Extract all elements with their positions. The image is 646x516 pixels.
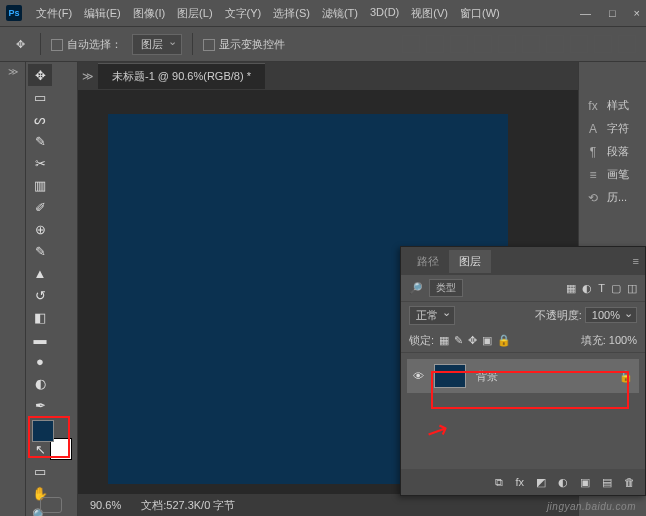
- search-icon: 🔎: [409, 282, 423, 295]
- layers-footer: ⧉ fx ◩ ◐ ▣ ▤ 🗑: [401, 469, 645, 495]
- panel-brush[interactable]: ≡画笔: [579, 163, 646, 186]
- filter-type-dropdown[interactable]: 类型: [429, 279, 463, 297]
- fx-icon[interactable]: fx: [515, 476, 524, 488]
- move-tool[interactable]: ✥: [28, 64, 52, 86]
- menu-edit[interactable]: 编辑(E): [80, 4, 125, 23]
- watermark: jingyan.baidu.com: [547, 501, 636, 512]
- lock-all-icon[interactable]: ▦: [439, 334, 449, 347]
- lock-pixel-icon[interactable]: ✎: [454, 334, 463, 347]
- app-logo: Ps: [6, 5, 22, 21]
- quick-select-tool[interactable]: ✎: [28, 130, 52, 152]
- doc-size: 文档:527.3K/0 字节: [141, 498, 235, 513]
- toolbox: ✥ ▭ ᔕ ✎ ✂ ▥ ✐ ⊕ ✎ ▲ ↺ ◧ ▬ ● ◐ ✒ T ↖ ▭ ✋ …: [26, 62, 78, 516]
- eyedropper-tool[interactable]: ✐: [28, 196, 52, 218]
- menu-file[interactable]: 文件(F): [32, 4, 76, 23]
- tool-collapse-col: ≫: [0, 62, 26, 516]
- menu-filter[interactable]: 滤镜(T): [318, 4, 362, 23]
- menu-type[interactable]: 文字(Y): [221, 4, 266, 23]
- new-layer-icon[interactable]: ▤: [602, 476, 612, 489]
- heal-tool[interactable]: ⊕: [28, 218, 52, 240]
- layer-name[interactable]: 背景: [476, 369, 498, 384]
- tab-paths[interactable]: 路径: [407, 250, 449, 273]
- align-icon[interactable]: [522, 35, 540, 53]
- menu-image[interactable]: 图像(I): [129, 4, 169, 23]
- menu-window[interactable]: 窗口(W): [456, 4, 504, 23]
- layer-list: 👁 背景 🔒: [401, 353, 645, 399]
- align-icon[interactable]: [570, 35, 588, 53]
- lock-pos-icon[interactable]: ✥: [468, 334, 477, 347]
- adjust-icon[interactable]: ◐: [558, 476, 568, 489]
- trash-icon[interactable]: 🗑: [624, 476, 635, 488]
- filter-type-icon[interactable]: T: [598, 282, 605, 295]
- filter-pixel-icon[interactable]: ▦: [566, 282, 576, 295]
- expand-icon[interactable]: ≫: [8, 66, 18, 77]
- brush-icon: ≡: [585, 168, 601, 182]
- fill-field[interactable]: 100%: [609, 334, 637, 346]
- status-bar: 90.6% 文档:527.3K/0 字节: [78, 494, 578, 516]
- close-button[interactable]: ×: [634, 7, 640, 19]
- more-icon[interactable]: [594, 35, 612, 53]
- document-tab[interactable]: 未标题-1 @ 90.6%(RGB/8) *: [98, 63, 265, 89]
- opacity-field[interactable]: 100%: [585, 307, 637, 323]
- align-icon[interactable]: [426, 35, 444, 53]
- menu-view[interactable]: 视图(V): [407, 4, 452, 23]
- lock-icon[interactable]: 🔒: [497, 334, 511, 347]
- filter-smart-icon[interactable]: ◫: [627, 282, 637, 295]
- paragraph-icon: ¶: [585, 145, 601, 159]
- eraser-tool[interactable]: ◧: [28, 306, 52, 328]
- menu-3d[interactable]: 3D(D): [366, 4, 403, 23]
- visibility-icon[interactable]: 👁: [413, 370, 424, 382]
- link-icon[interactable]: ⧉: [495, 476, 503, 489]
- lock-label: 锁定:: [409, 333, 434, 348]
- panel-character[interactable]: A字符: [579, 117, 646, 140]
- lock-art-icon[interactable]: ▣: [482, 334, 492, 347]
- shape-tool[interactable]: ▭: [28, 460, 52, 482]
- panel-history[interactable]: ⟲历...: [579, 186, 646, 209]
- maximize-button[interactable]: □: [609, 7, 616, 19]
- auto-select-dropdown[interactable]: 图层: [132, 34, 182, 55]
- blur-tool[interactable]: ●: [28, 350, 52, 372]
- align-icon[interactable]: [546, 35, 564, 53]
- history-brush-tool[interactable]: ↺: [28, 284, 52, 306]
- blend-mode-dropdown[interactable]: 正常: [409, 306, 455, 325]
- show-transform-check[interactable]: 显示变换控件: [203, 37, 285, 52]
- align-icon[interactable]: [498, 35, 516, 53]
- quick-mask-button[interactable]: [40, 497, 62, 513]
- lasso-tool[interactable]: ᔕ: [28, 108, 52, 130]
- move-tool-icon: ✥: [10, 34, 30, 54]
- auto-select-check[interactable]: 自动选择：: [51, 37, 122, 52]
- title-bar: Ps 文件(F) 编辑(E) 图像(I) 图层(L) 文字(Y) 选择(S) 滤…: [0, 0, 646, 26]
- layer-thumbnail[interactable]: [434, 364, 466, 388]
- tab-layers[interactable]: 图层: [449, 250, 491, 273]
- menu-select[interactable]: 选择(S): [269, 4, 314, 23]
- gradient-tool[interactable]: ▬: [28, 328, 52, 350]
- pen-tool[interactable]: ✒: [28, 394, 52, 416]
- mask-icon[interactable]: ◩: [536, 476, 546, 489]
- crop-tool[interactable]: ✂: [28, 152, 52, 174]
- dodge-tool[interactable]: ◐: [28, 372, 52, 394]
- color-swatch[interactable]: ↙: [32, 418, 74, 460]
- filter-shape-icon[interactable]: ▢: [611, 282, 621, 295]
- share-icon[interactable]: [618, 35, 636, 53]
- align-icon[interactable]: [474, 35, 492, 53]
- panel-paragraph[interactable]: ¶段落: [579, 140, 646, 163]
- stamp-tool[interactable]: ▲: [28, 262, 52, 284]
- panel-menu-icon[interactable]: ≡: [633, 255, 639, 267]
- foreground-color[interactable]: [32, 420, 54, 442]
- brush-tool[interactable]: ✎: [28, 240, 52, 262]
- minimize-button[interactable]: —: [580, 7, 591, 19]
- options-bar: ✥ 自动选择： 图层 显示变换控件: [0, 26, 646, 62]
- align-buttons: [402, 35, 636, 53]
- menu-layer[interactable]: 图层(L): [173, 4, 216, 23]
- align-icon[interactable]: [402, 35, 420, 53]
- expand-icon[interactable]: ≫: [78, 70, 98, 83]
- frame-tool[interactable]: ▥: [28, 174, 52, 196]
- align-icon[interactable]: [450, 35, 468, 53]
- group-icon[interactable]: ▣: [580, 476, 590, 489]
- marquee-tool[interactable]: ▭: [28, 86, 52, 108]
- layer-row[interactable]: 👁 背景 🔒: [407, 359, 639, 393]
- history-icon: ⟲: [585, 191, 601, 205]
- panel-styles[interactable]: fx样式: [579, 94, 646, 117]
- filter-adjust-icon[interactable]: ◐: [582, 282, 592, 295]
- zoom-level[interactable]: 90.6%: [90, 499, 121, 511]
